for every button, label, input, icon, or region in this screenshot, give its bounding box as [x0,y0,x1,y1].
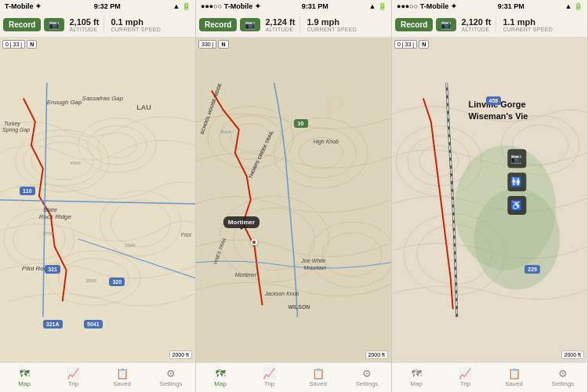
road-badge-30-2: 30 [294,119,308,128]
nav-saved-1[interactable]: 📋 Saved [98,363,147,392]
altitude-value-3: 2,120 ft [461,17,491,27]
nav-settings-2[interactable]: ⚙ Settings [343,363,391,392]
altitude-label-3: ALTITUDE [461,27,489,32]
time-2: 9:31 PM [302,2,328,10]
map-scale-overlay-3: 0 | 33 | N [394,40,429,49]
bottom-nav-1: 🗺 Map 📈 Trip 📋 Saved ⚙ Settings [0,362,195,392]
camera-button-1[interactable]: 📷 [44,18,64,31]
scale-footer-3: 2000 ft [561,350,584,359]
nav-map-3[interactable]: 🗺 Map [392,363,441,392]
road-badge-321-1: 321 [45,265,60,274]
bottom-nav-3: 🗺 Map 📈 Trip 📋 Saved ⚙ Settings [392,362,587,392]
nav-map-1[interactable]: 🗺 Map [0,363,49,392]
saved-icon-2: 📋 [312,368,325,379]
road-badge-229-3: 229 [524,265,540,274]
speed-value-1: 0.1 mph [111,17,143,27]
separator-3 [495,16,496,34]
saved-icon-3: 📋 [508,368,521,379]
road-badge-458-3: 458 [486,96,502,105]
nav-map-label-3: Map [410,380,423,387]
svg-text:Mountain: Mountain [303,265,326,270]
svg-text:♿: ♿ [510,199,522,211]
altitude-value-1: 2,105 ft [69,17,99,27]
speed-label-3: CURRENT SPEED [503,27,553,32]
location-pin-mortimer [251,239,257,245]
trip-icon-3: 📈 [459,368,471,379]
svg-text:Slate: Slate [43,206,58,213]
record-button-2[interactable]: Record [199,18,237,31]
record-button-3[interactable]: Record [395,18,433,31]
camera-button-3[interactable]: 📷 [436,18,456,31]
speed-box-1: 0.1 mph CURRENT SPEED [111,17,161,32]
carrier-2: ●●●○○ T-Mobile ✦ [201,2,261,10]
speed-box-2: 1.9 mph CURRENT SPEED [307,17,357,32]
nav-trip-1[interactable]: 📈 Trip [49,363,97,392]
saved-icon-1: 📋 [116,368,129,379]
top-bar-3: Record 📷 2,120 ft ALTITUDE 1.1 mph CURRE… [392,13,587,38]
nav-trip-label-2: Trip [264,380,274,387]
svg-text:Buck: Buck [221,129,231,134]
svg-text:Rock Ridge: Rock Ridge [39,213,72,220]
settings-icon-1: ⚙ [166,368,176,379]
settings-icon-3: ⚙ [558,368,568,379]
trip-icon-1: 📈 [67,368,79,379]
svg-text:Jackson Knob: Jackson Knob [264,291,299,296]
camera-button-2[interactable]: 📷 [240,18,260,31]
map-area-2[interactable]: P SCHOOL HOUSE RIDGE THORPS CREEK TRAIL … [196,38,391,362]
svg-text:Mortimer: Mortimer [235,272,257,278]
scale-footer-2: 2000 ft [365,350,388,359]
svg-text:High Knob: High Knob [313,139,339,145]
nav-saved-2[interactable]: 📋 Saved [294,363,343,392]
speed-box-3: 1.1 mph CURRENT SPEED [503,17,553,32]
svg-text:3500: 3500 [86,278,97,283]
svg-rect-28 [196,83,391,318]
svg-text:Wiseman's Vie: Wiseman's Vie [469,111,528,121]
time-1: 9:32 PM [94,2,121,10]
nav-saved-label-2: Saved [309,380,327,387]
map-scale-overlay-1: 0 | 33 | N [2,40,37,49]
map-area-1[interactable]: Enough Gap Sassafras Gap Turkey Spring G… [0,38,195,362]
svg-text:📷: 📷 [510,152,522,164]
altitude-value-2: 2,124 ft [265,17,295,27]
svg-text:Turkey: Turkey [4,121,20,127]
separator-1 [103,16,104,34]
speed-label-2: CURRENT SPEED [307,27,357,32]
record-button-1[interactable]: Record [3,18,41,31]
svg-text:Sassafras Gap: Sassafras Gap [82,95,124,102]
nav-saved-3[interactable]: 📋 Saved [490,363,539,392]
map-icon-3: 🗺 [412,368,422,379]
nav-map-2[interactable]: 🗺 Map [196,363,245,392]
status-bar-1: T-Mobile ✦ 9:32 PM ▲ 🔋 [0,0,195,13]
nav-settings-3[interactable]: ⚙ Settings [539,363,587,392]
nav-settings-1[interactable]: ⚙ Settings [147,363,195,392]
svg-text:P: P [325,89,346,124]
speed-value-3: 1.1 mph [503,17,535,27]
nav-trip-3[interactable]: 📈 Trip [441,363,489,392]
signal-2: ▲ 🔋 [369,2,387,10]
compass-2: N [218,40,228,49]
time-3: 9:31 PM [498,2,524,10]
carrier-3: ●●●○○ T-Mobile ✦ [397,2,457,10]
speed-value-2: 1.9 mph [307,17,339,27]
road-badge-5041-1: 5041 [84,320,103,328]
separator-2 [299,16,300,34]
altitude-box-1: 2,105 ft ALTITUDE [69,17,99,32]
speed-label-1: CURRENT SPEED [111,27,161,32]
compass-3: N [419,40,429,49]
map-area-3[interactable]: Linville Gorge Wiseman's Vie 📷 🚻 ♿ MOUNT… [392,38,587,362]
nav-saved-label-3: Saved [505,380,523,387]
nav-map-label-2: Map [214,380,227,387]
road-badge-110-1: 110 [20,187,35,195]
nav-trip-2[interactable]: 📈 Trip [245,363,293,392]
svg-text:4000: 4000 [71,161,82,165]
panel-1: T-Mobile ✦ 9:32 PM ▲ 🔋 Record 📷 2,105 ft… [0,0,196,392]
svg-text:Joe White: Joe White [300,258,325,263]
svg-text:3750: 3750 [43,231,54,236]
svg-text:Enough Gap: Enough Gap [47,99,82,106]
status-bar-2: ●●●○○ T-Mobile ✦ 9:31 PM ▲ 🔋 [196,0,391,13]
status-bar-3: ●●●○○ T-Mobile ✦ 9:31 PM ▲ 🔋 [392,0,587,13]
svg-text:Spring Gap: Spring Gap [2,127,30,133]
compass-1: N [27,40,37,49]
top-bar-2: Record 📷 2,124 ft ALTITUDE 1.9 mph CURRE… [196,13,391,38]
map-svg-2: P SCHOOL HOUSE RIDGE THORPS CREEK TRAIL … [196,38,391,362]
